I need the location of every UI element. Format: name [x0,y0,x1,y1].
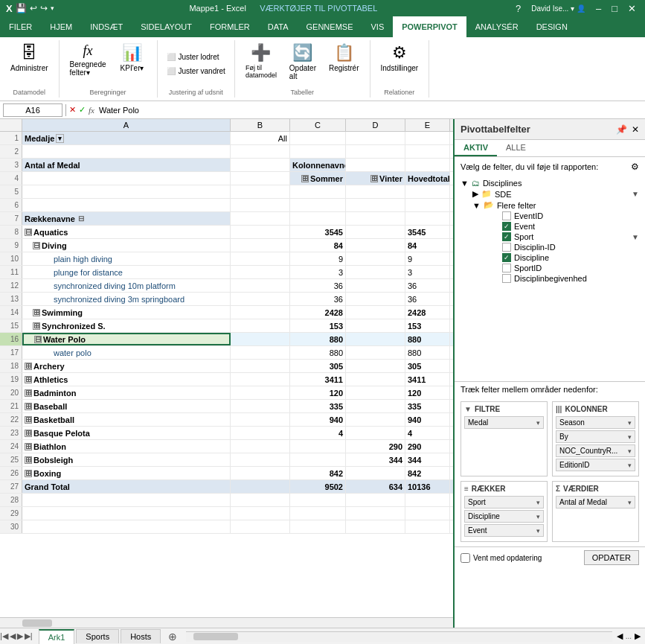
event-checkbox[interactable]: ✓ [502,222,511,231]
cell-e26[interactable]: 842 [405,467,450,479]
cell-c14[interactable]: 2428 [290,306,346,319]
basque-expand[interactable]: ⊞ [25,430,32,437]
diving-expand[interactable]: ⊟ [33,242,40,249]
minimize-btn[interactable]: – [593,3,604,14]
cell-e23[interactable]: 4 [405,427,450,439]
horizontal-sheet-scroll[interactable] [186,631,612,642]
by-arrow[interactable]: ▾ [628,433,632,441]
tab-vis[interactable]: VIS [362,16,393,37]
field-disciplin-id[interactable]: Disciplin-ID [472,242,639,252]
maximize-btn[interactable]: □ [609,3,620,14]
foj-til-btn[interactable]: ➕ Føj tildatamodel [241,40,281,82]
sport-checkbox[interactable]: ✓ [502,232,511,241]
sheet-tab-ark1[interactable]: Ark1 [39,629,75,644]
season-arrow[interactable]: ▾ [628,419,632,427]
cell-e22[interactable]: 940 [405,413,450,426]
sportid-checkbox[interactable] [502,264,511,272]
cell-a25[interactable]: ⊞ Bobsleigh [22,453,231,466]
cell-e25[interactable]: 344 [405,453,450,466]
sheet-tab-hosts[interactable]: Hosts [121,629,161,643]
cell-e24[interactable]: 290 [405,440,450,453]
cell-d25[interactable]: 344 [346,453,405,466]
sync-expand[interactable]: ⊞ [33,322,40,330]
cell-e19[interactable]: 3411 [405,373,450,386]
cell-a17[interactable]: water polo [22,346,231,359]
quick-undo[interactable]: ↩ [30,3,37,13]
cell-e15[interactable]: 153 [405,319,450,332]
tab-sidelayout[interactable]: SIDELAYOUT [132,16,201,37]
panel-tab-aktiv[interactable]: AKTIV [455,140,497,156]
cell-a24[interactable]: ⊞ Biathlon [22,440,231,453]
bobsleigh-expand[interactable]: ⊞ [25,456,32,464]
cell-e27[interactable]: 10136 [405,480,450,493]
add-sheet-btn[interactable]: ⊕ [162,628,183,645]
biathlon-expand[interactable]: ⊞ [25,443,32,450]
cell-a11[interactable]: plunge for distance [22,266,231,278]
cell-a20[interactable]: ⊞ Badminton [22,386,231,399]
eventid-checkbox[interactable] [502,211,511,220]
sport-row-arrow[interactable]: ▾ [536,499,540,506]
vinter-expand[interactable]: ⊞ [370,175,378,182]
disciplin-id-checkbox[interactable] [502,243,511,252]
cell-c20[interactable]: 120 [290,386,346,399]
cell-e17[interactable]: 880 [405,346,450,359]
cell-b1[interactable]: All [231,132,290,144]
cell-a16[interactable]: ⊟ Water Polo [22,333,231,345]
cell-a26[interactable]: ⊞ Boxing [22,467,231,479]
quick-redo[interactable]: ↪ [40,3,48,13]
cell-e10[interactable]: 9 [405,252,450,265]
sde-header[interactable]: ▶ 📁 SDE ▼ [472,188,639,200]
cell-a15[interactable]: ⊞ Synchronized S. [22,319,231,332]
kpier-btn[interactable]: 📊 KPI'er▾ [114,40,151,75]
row-sport[interactable]: Sport ▾ [464,496,544,508]
cell-e20[interactable]: 120 [405,386,450,399]
cell-c15[interactable]: 153 [290,319,346,332]
tab-analyser[interactable]: ANALYSÉR [466,16,527,37]
scroll-left-icon[interactable]: ◀ [617,631,623,641]
archery-expand[interactable]: ⊞ [25,363,32,370]
close-btn[interactable]: ✕ [625,3,639,14]
cell-a9[interactable]: ⊟ Diving [22,239,231,252]
dropdown-arrow[interactable]: ▾ [51,4,54,12]
sommer-expand[interactable]: ⊞ [301,175,309,182]
cell-a21[interactable]: ⊞ Baseball [22,400,231,412]
column-by[interactable]: By ▾ [556,430,635,443]
cell-c18[interactable]: 305 [290,360,346,372]
cell-a22[interactable]: ⊞ Basketball [22,413,231,426]
juster-vandret-btn[interactable]: ⬜ Juster vandret [164,66,228,77]
help-btn[interactable]: ? [513,3,524,14]
disciplines-header[interactable]: ▼ 🗂 Disciplines [461,178,639,188]
cell-c10[interactable]: 9 [290,252,346,265]
cell-e18[interactable]: 305 [405,360,450,372]
cell-e9[interactable]: 84 [405,239,450,252]
tab-gennemse[interactable]: GENNEMSE [298,16,362,37]
cell-a2[interactable] [22,145,231,158]
cell-c12[interactable]: 36 [290,279,346,292]
cell-c23[interactable]: 4 [290,427,346,439]
tab-filer[interactable]: FILER [0,16,41,37]
opdater-btn[interactable]: OPDATER [584,550,639,565]
tab-indsaet[interactable]: INDSÆT [81,16,132,37]
cell-c22[interactable]: 940 [290,413,346,426]
cell-c13[interactable]: 36 [290,293,346,305]
field-sportid[interactable]: SportID [472,263,639,273]
cell-c26[interactable]: 842 [290,467,346,479]
panel-close-btn[interactable]: ✕ [632,124,639,135]
cell-a12[interactable]: synchronized diving 10m platform [22,279,231,292]
cell-c21[interactable]: 335 [290,400,346,412]
cell-e21[interactable]: 335 [405,400,450,412]
cell-a23[interactable]: ⊞ Basque Pelota [22,427,231,439]
tab-design[interactable]: DESIGN [527,16,577,37]
confirm-formula-icon[interactable]: ✓ [79,105,86,115]
row-event[interactable]: Event ▾ [464,524,544,537]
administrer-btn[interactable]: 🗄 Administrer [6,40,53,75]
sheet-tab-sports[interactable]: Sports [76,629,119,643]
boxing-expand[interactable]: ⊞ [25,470,32,477]
cell-e11[interactable]: 3 [405,266,450,278]
antal-arrow[interactable]: ▾ [628,499,632,506]
panel-pin-btn[interactable]: 📌 [616,124,627,135]
cell-e8[interactable]: 3545 [405,226,450,238]
field-event[interactable]: ✓ Event [472,221,639,232]
quick-save[interactable]: 💾 [16,3,27,13]
sheet-nav-first[interactable]: |◀ [0,631,8,641]
